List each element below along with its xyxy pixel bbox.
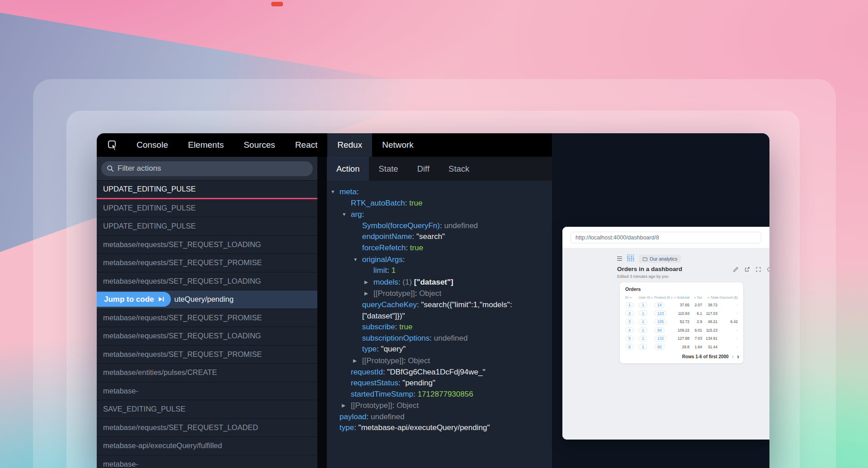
- action-list-item[interactable]: metabase/entities/pulses/CREATE: [97, 364, 317, 382]
- tree-token: Object: [396, 401, 419, 410]
- fullscreen-icon[interactable]: [755, 267, 761, 272]
- devtools-tabs: ConsoleElementsSourcesReactReduxNetwork: [127, 133, 424, 157]
- action-list-item[interactable]: metabase/requests/SET_REQUEST_LOADING: [97, 272, 317, 291]
- column-header-total[interactable]: Total: [702, 295, 717, 300]
- triangle-down-icon[interactable]: ▼: [330, 186, 340, 197]
- tab-sources[interactable]: Sources: [234, 133, 285, 157]
- table-cell: 1: [639, 327, 654, 333]
- tree-token: startedTimeStamp: [351, 390, 413, 398]
- tab-console[interactable]: Console: [127, 133, 178, 157]
- triangle-right-icon[interactable]: ▶: [353, 355, 362, 366]
- action-list-item[interactable]: metabase/requests/SET_REQUEST_LOADING: [97, 327, 317, 346]
- tab-react[interactable]: React: [285, 133, 328, 157]
- triangle-down-icon[interactable]: ▼: [353, 254, 362, 265]
- tree-line: ▼originalArgs:: [327, 254, 547, 266]
- triangle-right-icon[interactable]: ▶: [364, 276, 373, 288]
- table-row[interactable]: 3110552.722.949.216.42: [620, 318, 743, 326]
- tree-token: requestId: [351, 368, 383, 376]
- tree-line: requestId: "DBfGg6Chea1DcFdj94we_": [327, 367, 547, 378]
- prev-page-icon[interactable]: ‹: [732, 353, 734, 360]
- column-header-product-id[interactable]: Product ID: [654, 295, 672, 300]
- table-cell: 31.44: [702, 345, 717, 349]
- column-header-discount-[interactable]: Discount ($): [717, 295, 738, 300]
- devtools-main: UPDATE_EDITING_PULSEUPDATE_EDITING_PULSE…: [97, 157, 552, 468]
- table-row[interactable]: 51132127.887.03134.91-: [620, 334, 743, 343]
- tree-token: undefined: [444, 221, 478, 230]
- table-cell: 1: [639, 344, 654, 350]
- tree-token: "search": [416, 232, 445, 241]
- triangle-down-icon[interactable]: ▼: [342, 209, 351, 220]
- action-list-item[interactable]: UPDATE_EDITING_PULSE: [97, 217, 317, 236]
- subtab-action[interactable]: Action: [327, 157, 369, 181]
- table-row[interactable]: 4194109.226.01115.23-: [620, 326, 743, 335]
- filter-actions-searchbox[interactable]: [101, 161, 313, 176]
- table-row[interactable]: 21123110.936.1117.03-: [620, 309, 743, 318]
- inspect-element-icon[interactable]: [107, 139, 118, 151]
- next-page-icon[interactable]: ›: [737, 353, 739, 360]
- action-label: metabase/entities/pulses/CREATE: [103, 368, 217, 377]
- subtab-diff[interactable]: Diff: [408, 157, 439, 181]
- breadcrumb-label: Our analytics: [650, 256, 677, 262]
- column-header-id[interactable]: ID: [625, 295, 639, 300]
- id-pill: 6: [625, 344, 634, 350]
- id-pill: 1: [639, 344, 647, 350]
- table-cell: 134.91: [702, 336, 717, 341]
- url-text: http://localhost:4000/dashboard/8: [576, 234, 659, 241]
- share-icon[interactable]: [744, 267, 750, 272]
- tree-token: :: [377, 345, 381, 353]
- action-list-item[interactable]: metabase-: [97, 382, 317, 401]
- filter-actions-input[interactable]: [118, 164, 307, 173]
- column-label: ID: [625, 295, 629, 300]
- refresh-icon[interactable]: [767, 267, 769, 272]
- tree-line: ▼meta:: [327, 186, 547, 198]
- hamburger-icon[interactable]: [617, 257, 622, 261]
- action-list-item[interactable]: metabase/requests/SET_REQUEST_LOADED: [97, 419, 317, 437]
- tree-token: RTK_autoBatch: [351, 199, 405, 207]
- triangle-right-icon[interactable]: ▶: [364, 288, 373, 299]
- sort-caret-icon: [651, 297, 653, 298]
- tab-network[interactable]: Network: [372, 133, 424, 157]
- metabase-logo[interactable]: [627, 254, 634, 263]
- action-list-item[interactable]: metabase-: [97, 455, 317, 468]
- subtab-state[interactable]: State: [369, 157, 407, 181]
- action-list-item[interactable]: metabase/requests/SET_REQUEST_LOADING: [97, 236, 317, 254]
- table-cell: 3: [625, 319, 639, 325]
- panel-resize-divider[interactable]: [317, 157, 327, 468]
- tree-token: Symbol(forceQueryFn): [362, 221, 440, 230]
- subtab-stack[interactable]: Stack: [439, 157, 479, 181]
- action-list-item[interactable]: metabase/requests/SET_REQUEST_PROMISE: [97, 346, 317, 364]
- tree-token: type: [340, 423, 354, 432]
- column-header-subtotal[interactable]: Subtotal: [672, 295, 689, 300]
- tree-token: (1): [402, 278, 414, 286]
- action-label: uteQuery/pending: [175, 295, 234, 304]
- filter-bar: [97, 157, 317, 181]
- breadcrumb[interactable]: Our analytics: [639, 255, 681, 263]
- action-list-item[interactable]: UPDATE_EDITING_PULSE: [97, 199, 317, 218]
- action-list-item[interactable]: metabase-api/executeQuery/fulfilled: [97, 437, 317, 455]
- column-header-user-id[interactable]: User ID: [639, 295, 654, 300]
- action-list-item[interactable]: SAVE_EDITING_PULSE: [97, 400, 317, 419]
- table-row[interactable]: 616029.81.6431.44-: [620, 343, 743, 351]
- column-label: Subtotal: [677, 295, 689, 300]
- tree-token: true: [409, 199, 422, 207]
- action-list-item[interactable]: metabase/requests/SET_REQUEST_PROMISE: [97, 309, 317, 328]
- tab-elements[interactable]: Elements: [178, 133, 234, 157]
- jump-to-code-button[interactable]: Jump to code: [97, 292, 171, 307]
- table-cell: -: [717, 345, 738, 349]
- tree-token: undefined: [434, 334, 468, 342]
- action-list-item[interactable]: Jump to codeuteQuery/pending: [97, 290, 317, 309]
- folder-icon: [642, 257, 647, 261]
- table-cell: 123: [654, 310, 672, 316]
- tree-token: [[Prototype]]: [351, 401, 392, 410]
- column-header-tax[interactable]: Tax: [689, 295, 702, 300]
- tab-redux[interactable]: Redux: [327, 133, 372, 157]
- table-row[interactable]: 111437.652.0739.72-: [620, 301, 743, 309]
- edit-icon[interactable]: [733, 267, 739, 272]
- tree-token: :: [398, 379, 402, 387]
- orders-card: Orders IDUser IDProduct IDSubtotalTaxTot…: [619, 282, 744, 364]
- url-bar[interactable]: http://localhost:4000/dashboard/8: [571, 232, 761, 243]
- action-list-item[interactable]: metabase/requests/SET_REQUEST_PROMISE: [97, 254, 317, 272]
- action-list-item[interactable]: UPDATE_EDITING_PULSE: [97, 181, 317, 199]
- triangle-right-icon[interactable]: ▶: [342, 400, 351, 411]
- tree-line: RTK_autoBatch: true: [327, 198, 547, 209]
